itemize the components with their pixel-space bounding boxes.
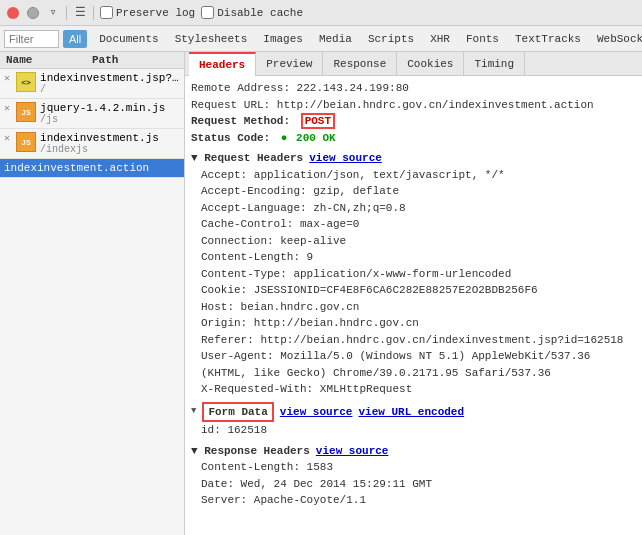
remote-address-text: Remote Address: 222.143.24.199:80	[191, 82, 409, 94]
request-headers-section: ▼ Request Headers view source	[191, 150, 636, 167]
filter-input[interactable]	[4, 30, 59, 48]
header-origin: Origin: http://beian.hndrc.gov.cn	[191, 315, 636, 332]
filter-tab-media[interactable]: Media	[311, 30, 360, 48]
file-name: indexinvestment.jsp?i...	[40, 72, 180, 84]
request-method-line: Request Method: POST	[191, 113, 636, 130]
file-item-jquery[interactable]: ✕ JS jquery-1.4.2.min.js /js	[0, 99, 184, 129]
request-method-label: Request Method:	[191, 115, 290, 127]
filter-tab-xhr[interactable]: XHR	[422, 30, 458, 48]
file-name: jquery-1.4.2.min.js	[40, 102, 180, 114]
main-area: Name Path ✕ <> indexinvestment.jsp?i... …	[0, 52, 642, 535]
header-accept: Accept: application/json, text/javascrip…	[191, 167, 636, 184]
right-panel: Headers Preview Response Cookies Timing …	[185, 52, 642, 535]
tab-response[interactable]: Response	[323, 52, 397, 76]
file-item-action[interactable]: indexinvestment.action	[0, 159, 184, 178]
request-method-value: POST	[301, 113, 335, 129]
header-connection: Connection: keep-alive	[191, 233, 636, 250]
form-data-value: id: 162518	[191, 422, 636, 439]
view-source3-link[interactable]: view source	[316, 443, 389, 460]
disable-cache-label: Disable cache	[217, 7, 303, 19]
resp-header-content-length: Content-Length: 1583	[191, 459, 636, 476]
form-data-box: Form Data	[202, 402, 273, 423]
filter-tab-scripts[interactable]: Scripts	[360, 30, 422, 48]
tab-cookies[interactable]: Cookies	[397, 52, 464, 76]
close-icon[interactable]: ✕	[4, 102, 10, 114]
file-name: indexinvestment.js	[40, 132, 180, 144]
resp-header-server: Server: Apache-Coyote/1.1	[191, 492, 636, 509]
status-code-label: Status Code:	[191, 132, 270, 144]
filter-tab-images[interactable]: Images	[255, 30, 311, 48]
filter-tab-documents[interactable]: Documents	[91, 30, 166, 48]
filter-tab-fonts[interactable]: Fonts	[458, 30, 507, 48]
filter-row: All Documents Stylesheets Images Media S…	[0, 26, 642, 52]
form-data-label: Form Data	[208, 404, 267, 421]
js-icon: JS	[16, 132, 36, 152]
preserve-log-checkbox-label[interactable]: Preserve log	[100, 6, 195, 19]
view-url-encoded-link[interactable]: view URL encoded	[358, 404, 464, 421]
filter-tabs: Documents Stylesheets Images Media Scrip…	[91, 30, 642, 48]
filter-tab-texttracks[interactable]: TextTracks	[507, 30, 589, 48]
header-user-agent: User-Agent: Mozilla/5.0 (Windows NT 5.1)…	[191, 348, 636, 365]
header-content-length: Content-Length: 9	[191, 249, 636, 266]
close-icon[interactable]: ✕	[4, 132, 10, 144]
filter-tab-websockets[interactable]: WebSockets	[589, 30, 642, 48]
file-info: indexinvestment.js /indexjs	[40, 132, 180, 155]
divider2	[93, 6, 94, 20]
file-info: indexinvestment.action	[4, 162, 180, 174]
record-button[interactable]	[6, 6, 20, 20]
response-headers-label: ▼ Response Headers	[191, 443, 310, 460]
content-area: Remote Address: 222.143.24.199:80 Reques…	[185, 76, 642, 535]
tabs-row: Headers Preview Response Cookies Timing	[185, 52, 642, 76]
filter-icon[interactable]: ▿	[46, 6, 60, 20]
form-data-id: id: 162518	[201, 424, 267, 436]
left-panel-header: Name Path	[0, 52, 184, 69]
form-data-triangle: ▼	[191, 405, 196, 419]
status-dot: ●	[281, 132, 288, 144]
status-code-line: Status Code: ● 200 OK	[191, 130, 636, 147]
resp-header-date: Date: Wed, 24 Dec 2014 15:29:11 GMT	[191, 476, 636, 493]
request-url-text: Request URL: http://beian.hndrc.gov.cn/i…	[191, 99, 594, 111]
header-user-agent-cont: (KHTML, like Gecko) Chrome/39.0.2171.95 …	[191, 365, 636, 382]
view-source-link[interactable]: view source	[309, 150, 382, 167]
disable-cache-checkbox-label[interactable]: Disable cache	[201, 6, 303, 19]
header-referer: Referer: http://beian.hndrc.gov.cn/index…	[191, 332, 636, 349]
all-button[interactable]: All	[63, 30, 87, 48]
tab-preview[interactable]: Preview	[256, 52, 323, 76]
file-item-indexjs[interactable]: ✕ JS indexinvestment.js /indexjs	[0, 129, 184, 159]
header-host: Host: beian.hndrc.gov.cn	[191, 299, 636, 316]
form-data-section: ▼ Form Data view source view URL encoded	[191, 402, 636, 423]
tab-timing[interactable]: Timing	[464, 52, 525, 76]
header-accept-language: Accept-Language: zh-CN,zh;q=0.8	[191, 200, 636, 217]
preserve-log-label: Preserve log	[116, 7, 195, 19]
file-info: indexinvestment.jsp?i... /	[40, 72, 180, 95]
header-cookie: Cookie: JSESSIONID=CF4E8F6CA6C282E88257E…	[191, 282, 636, 299]
file-item-jsp[interactable]: ✕ <> indexinvestment.jsp?i... /	[0, 69, 184, 99]
filter-tab-stylesheets[interactable]: Stylesheets	[167, 30, 256, 48]
file-path: /js	[40, 114, 180, 125]
divider	[66, 6, 67, 20]
left-panel: Name Path ✕ <> indexinvestment.jsp?i... …	[0, 52, 185, 535]
toolbar: ▿ ☰ Preserve log Disable cache	[0, 0, 642, 26]
file-name: indexinvestment.action	[4, 162, 180, 174]
js-icon: JS	[16, 102, 36, 122]
close-icon[interactable]: ✕	[4, 72, 10, 84]
view-source2-link[interactable]: view source	[280, 404, 353, 421]
request-url-line: Request URL: http://beian.hndrc.gov.cn/i…	[191, 97, 636, 114]
tab-headers[interactable]: Headers	[189, 52, 256, 76]
header-cache-control: Cache-Control: max-age=0	[191, 216, 636, 233]
request-headers-label: ▼ Request Headers	[191, 150, 303, 167]
list-icon[interactable]: ☰	[73, 6, 87, 20]
col-name: Name	[6, 54, 92, 66]
status-value: 200 OK	[296, 132, 336, 144]
header-content-type: Content-Type: application/x-www-form-url…	[191, 266, 636, 283]
col-path: Path	[92, 54, 178, 66]
file-path: /	[40, 84, 180, 95]
disable-cache-checkbox[interactable]	[201, 6, 214, 19]
file-path: /indexjs	[40, 144, 180, 155]
file-info: jquery-1.4.2.min.js /js	[40, 102, 180, 125]
response-headers-section: ▼ Response Headers view source	[191, 443, 636, 460]
header-accept-encoding: Accept-Encoding: gzip, deflate	[191, 183, 636, 200]
clear-button[interactable]	[26, 6, 40, 20]
preserve-log-checkbox[interactable]	[100, 6, 113, 19]
header-x-requested-with: X-Requested-With: XMLHttpRequest	[191, 381, 636, 398]
